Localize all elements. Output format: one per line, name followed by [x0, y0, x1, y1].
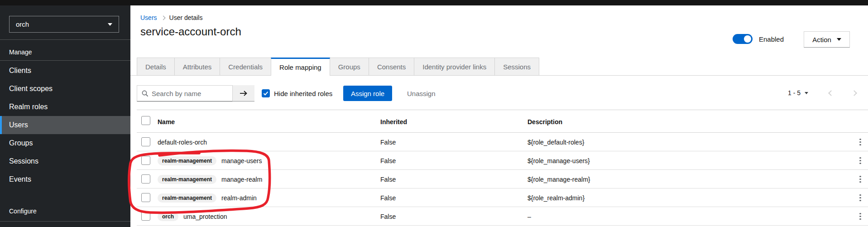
tab-bar: DetailsAttributesCredentialsRole mapping…	[130, 58, 868, 76]
description-cell: ${role_manage-realm}	[528, 170, 590, 188]
client-badge: orch	[158, 212, 178, 221]
description-cell: ${role_manage-users}	[528, 151, 590, 170]
row-checkbox[interactable]	[141, 156, 150, 165]
hide-inherited-roles-checkbox[interactable]	[262, 89, 270, 97]
masthead-bar	[0, 0, 868, 5]
pagination-next-icon[interactable]	[851, 90, 857, 96]
sidebar-item-realm-settings[interactable]: Realm settings	[0, 222, 130, 227]
column-header-inherited: Inherited	[380, 118, 407, 126]
enabled-toggle-label: Enabled	[759, 35, 784, 43]
inherited-cell: False	[380, 133, 396, 151]
kebab-menu-icon[interactable]	[855, 211, 866, 222]
role-name-cell: realm-managementmanage-realm	[158, 170, 262, 188]
pagination-range-dropdown[interactable]: 1 - 5	[788, 89, 808, 97]
enabled-toggle[interactable]	[733, 34, 753, 44]
table-body: default-roles-orchFalse${role_default-ro…	[137, 133, 868, 226]
unassign-button[interactable]: Unassign	[407, 90, 436, 97]
sidebar-divider	[0, 221, 130, 222]
sidebar-item-client-scopes[interactable]: Client scopes	[0, 80, 130, 98]
search-field	[137, 85, 233, 101]
chevron-down-icon	[108, 23, 112, 26]
sidebar-divider	[0, 60, 130, 61]
column-header-description: Description	[528, 118, 562, 126]
sidebar-item-groups[interactable]: Groups	[0, 134, 130, 152]
tab-credentials[interactable]: Credentials	[220, 58, 271, 75]
nav-group-title-manage: Manage	[9, 48, 32, 56]
tab-details[interactable]: Details	[137, 58, 174, 75]
toolbar: Hide inherited roles Assign role Unassig…	[130, 76, 868, 110]
realm-selector-value: orch	[16, 20, 108, 28]
table-row-manage-realm: realm-managementmanage-realmFalse${role_…	[137, 170, 868, 188]
search-submit-button[interactable]	[233, 85, 254, 101]
table-row-uma-protection: orchuma_protectionFalse–	[137, 207, 868, 226]
client-badge: realm-management	[158, 193, 216, 203]
action-dropdown[interactable]: Action	[804, 31, 850, 48]
client-badge: realm-management	[158, 156, 216, 165]
sidebar-nav: orch ManageClientsClient scopesRealm rol…	[0, 5, 130, 227]
column-header-name: Name	[158, 118, 175, 126]
tab-sessions[interactable]: Sessions	[494, 58, 539, 75]
sidebar-item-events[interactable]: Events	[0, 170, 130, 188]
kebab-menu-icon[interactable]	[855, 174, 866, 185]
sidebar-item-realm-roles[interactable]: Realm roles	[0, 98, 130, 116]
breadcrumb-chevron-icon	[161, 16, 165, 20]
select-all-checkbox[interactable]	[141, 116, 150, 125]
search-input[interactable]	[137, 86, 232, 101]
main-content: UsersUser details service-account-orch E…	[130, 5, 868, 227]
chevron-down-icon	[805, 92, 808, 94]
table-row-default-roles-orch: default-roles-orchFalse${role_default-ro…	[137, 133, 868, 151]
chevron-down-icon	[837, 38, 841, 41]
pagination: 1 - 5	[788, 89, 856, 97]
role-name: default-roles-orch	[158, 139, 207, 146]
tab-identity-provider-links[interactable]: Identity provider links	[414, 58, 494, 75]
inherited-cell: False	[380, 151, 396, 170]
inherited-cell: False	[380, 207, 396, 226]
row-checkbox[interactable]	[141, 212, 150, 221]
sidebar-item-clients[interactable]: Clients	[0, 62, 130, 80]
kebab-menu-icon[interactable]	[855, 136, 866, 148]
inherited-cell: False	[380, 170, 396, 188]
breadcrumb-item-user-details: User details	[169, 14, 203, 21]
action-dropdown-label: Action	[812, 36, 831, 43]
role-name-cell: realm-managementrealm-admin	[158, 188, 257, 207]
tab-consents[interactable]: Consents	[369, 58, 414, 75]
description-cell: ${role_default-roles}	[528, 133, 584, 151]
keycloak-admin-console: orch ManageClientsClient scopesRealm rol…	[0, 0, 868, 227]
nav-group-title-configure: Configure	[9, 208, 37, 215]
description-cell: ${role_realm-admin}	[528, 188, 585, 207]
pagination-prev-icon[interactable]	[828, 90, 834, 96]
kebab-menu-icon[interactable]	[855, 155, 866, 166]
pagination-range: 1 - 5	[788, 89, 801, 97]
assign-role-button[interactable]: Assign role	[343, 86, 392, 101]
breadcrumb-item-users[interactable]: Users	[140, 14, 157, 21]
role-name: manage-users	[221, 157, 262, 164]
sidebar-divider	[0, 39, 130, 40]
inherited-cell: False	[380, 188, 396, 207]
role-name-cell: realm-managementmanage-users	[158, 151, 262, 170]
hide-inherited-roles-label: Hide inherited roles	[274, 90, 332, 97]
page-title: service-account-orch	[140, 25, 241, 38]
toggle-knob-icon	[744, 35, 751, 43]
role-mapping-table: Name Inherited Description default-roles…	[137, 110, 868, 226]
sidebar-item-sessions[interactable]: Sessions	[0, 152, 130, 170]
kebab-menu-icon[interactable]	[855, 192, 866, 203]
row-checkbox[interactable]	[141, 137, 150, 146]
role-name-cell: default-roles-orch	[158, 133, 207, 151]
sidebar-item-users[interactable]: Users	[0, 116, 130, 134]
arrow-right-icon	[240, 90, 248, 97]
table-row-manage-users: realm-managementmanage-usersFalse${role_…	[137, 151, 868, 170]
role-name: realm-admin	[221, 194, 257, 202]
row-checkbox[interactable]	[141, 193, 150, 202]
realm-selector[interactable]: orch	[9, 16, 119, 33]
client-badge: realm-management	[158, 175, 216, 184]
table-header-row: Name Inherited Description	[137, 110, 868, 133]
checkmark-icon	[263, 91, 269, 96]
row-checkbox[interactable]	[141, 174, 150, 184]
tab-groups[interactable]: Groups	[330, 58, 369, 75]
role-name: manage-realm	[221, 176, 262, 183]
tab-attributes[interactable]: Attributes	[174, 58, 220, 75]
table-row-realm-admin: realm-managementrealm-adminFalse${role_r…	[137, 188, 868, 207]
breadcrumb: UsersUser details	[140, 14, 202, 21]
description-cell: –	[528, 207, 531, 226]
tab-role-mapping[interactable]: Role mapping	[271, 58, 330, 76]
